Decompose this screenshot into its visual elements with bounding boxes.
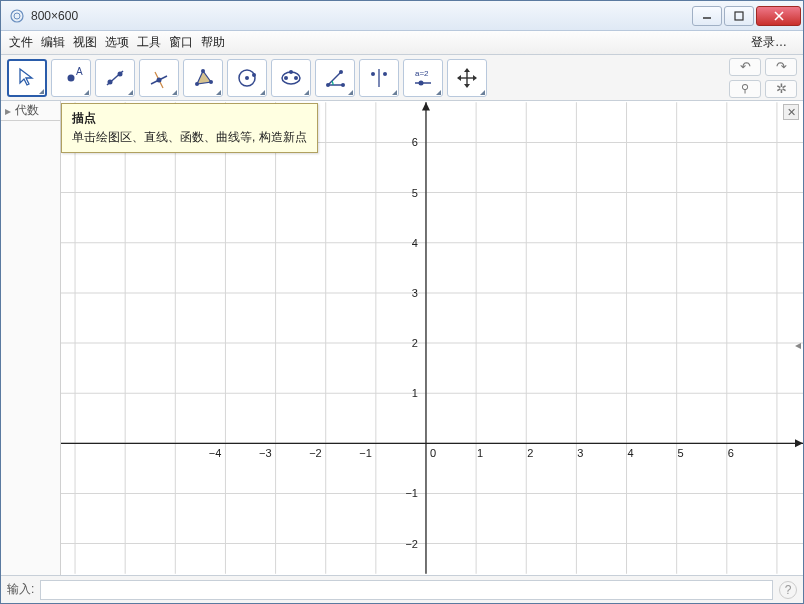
menu-view[interactable]: 视图 bbox=[73, 34, 97, 51]
close-button[interactable] bbox=[756, 6, 801, 26]
menubar: 文件 编辑 视图 选项 工具 窗口 帮助 登录… bbox=[1, 31, 803, 55]
menu-window[interactable]: 窗口 bbox=[169, 34, 193, 51]
svg-text:−3: −3 bbox=[259, 447, 272, 459]
input-bar: 输入: ? bbox=[1, 575, 803, 603]
window-title: 800×600 bbox=[31, 9, 692, 23]
svg-text:1: 1 bbox=[477, 447, 483, 459]
svg-point-35 bbox=[419, 80, 424, 85]
svg-text:5: 5 bbox=[412, 187, 418, 199]
toolbar-right: ↶ ↷ ⚲ ✲ bbox=[729, 58, 797, 98]
svg-text:A: A bbox=[76, 66, 83, 77]
minimize-button[interactable] bbox=[692, 6, 722, 26]
svg-text:4: 4 bbox=[627, 447, 633, 459]
svg-text:5: 5 bbox=[678, 447, 684, 459]
content-area: ▸ 代数 描点 单击绘图区、直线、函数、曲线等, 构造新点 ✕ −4−3−2−1… bbox=[1, 101, 803, 575]
collapse-icon: ▸ bbox=[5, 104, 11, 118]
svg-point-31 bbox=[371, 72, 375, 76]
input-label: 输入: bbox=[7, 581, 34, 598]
toolbar: A a=2 ↶ ↷ ⚲ ✲ bbox=[1, 55, 803, 101]
algebra-header[interactable]: ▸ 代数 bbox=[1, 101, 60, 121]
input-help-button[interactable]: ? bbox=[779, 581, 797, 599]
svg-point-22 bbox=[284, 76, 288, 80]
svg-text:0: 0 bbox=[430, 447, 436, 459]
app-window: 800×600 文件 编辑 视图 选项 工具 窗口 帮助 登录… A a=2 ↶ bbox=[0, 0, 804, 604]
tool-reflect[interactable] bbox=[359, 59, 399, 97]
svg-marker-40 bbox=[457, 75, 461, 81]
svg-point-6 bbox=[68, 74, 75, 81]
graphics-view[interactable]: 描点 单击绘图区、直线、函数、曲线等, 构造新点 ✕ −4−3−2−101234… bbox=[61, 101, 803, 575]
app-icon bbox=[9, 8, 25, 24]
tool-move-view[interactable] bbox=[447, 59, 487, 97]
tool-slider[interactable]: a=2 bbox=[403, 59, 443, 97]
pin-button[interactable]: ⚲ bbox=[729, 80, 761, 98]
svg-marker-67 bbox=[795, 439, 803, 447]
svg-text:−2: −2 bbox=[405, 538, 418, 550]
svg-point-1 bbox=[14, 13, 20, 19]
svg-rect-3 bbox=[735, 12, 743, 20]
svg-marker-14 bbox=[197, 71, 211, 84]
algebra-label: 代数 bbox=[15, 102, 39, 119]
svg-text:2: 2 bbox=[527, 447, 533, 459]
svg-point-19 bbox=[245, 76, 249, 80]
svg-text:−4: −4 bbox=[209, 447, 222, 459]
svg-point-0 bbox=[11, 10, 23, 22]
svg-point-24 bbox=[289, 70, 293, 74]
tooltip-title: 描点 bbox=[72, 110, 307, 127]
svg-point-23 bbox=[294, 76, 298, 80]
svg-marker-38 bbox=[464, 68, 470, 72]
svg-text:a=2: a=2 bbox=[415, 69, 429, 78]
right-expand-handle[interactable]: ◂ bbox=[795, 338, 803, 352]
svg-point-9 bbox=[108, 79, 113, 84]
tool-circle[interactable] bbox=[227, 59, 267, 97]
tool-point[interactable]: A bbox=[51, 59, 91, 97]
svg-text:1: 1 bbox=[412, 387, 418, 399]
command-input[interactable] bbox=[40, 580, 773, 600]
svg-text:−1: −1 bbox=[405, 487, 418, 499]
tool-perpendicular[interactable] bbox=[139, 59, 179, 97]
svg-point-15 bbox=[195, 82, 199, 86]
menu-options[interactable]: 选项 bbox=[105, 34, 129, 51]
menu-help[interactable]: 帮助 bbox=[201, 34, 225, 51]
svg-point-27 bbox=[326, 83, 330, 87]
svg-point-17 bbox=[209, 80, 213, 84]
svg-text:−1: −1 bbox=[359, 447, 372, 459]
menu-file[interactable]: 文件 bbox=[9, 34, 33, 51]
menu-login[interactable]: 登录… bbox=[751, 34, 787, 51]
tool-angle[interactable] bbox=[315, 59, 355, 97]
tool-tooltip: 描点 单击绘图区、直线、函数、曲线等, 构造新点 bbox=[61, 103, 318, 153]
svg-point-28 bbox=[339, 70, 343, 74]
titlebar: 800×600 bbox=[1, 1, 803, 31]
maximize-button[interactable] bbox=[724, 6, 754, 26]
svg-text:4: 4 bbox=[412, 237, 418, 249]
menu-tools[interactable]: 工具 bbox=[137, 34, 161, 51]
undo-button[interactable]: ↶ bbox=[729, 58, 761, 76]
svg-text:3: 3 bbox=[412, 287, 418, 299]
svg-marker-39 bbox=[464, 84, 470, 88]
algebra-panel: ▸ 代数 bbox=[1, 101, 61, 575]
svg-text:6: 6 bbox=[412, 136, 418, 148]
menu-edit[interactable]: 编辑 bbox=[41, 34, 65, 51]
settings-button[interactable]: ✲ bbox=[765, 80, 797, 98]
tool-line[interactable] bbox=[95, 59, 135, 97]
svg-point-10 bbox=[118, 71, 123, 76]
svg-line-26 bbox=[328, 72, 341, 85]
panel-close-button[interactable]: ✕ bbox=[783, 104, 799, 120]
svg-marker-69 bbox=[422, 102, 430, 110]
redo-button[interactable]: ↷ bbox=[765, 58, 797, 76]
tooltip-body: 单击绘图区、直线、函数、曲线等, 构造新点 bbox=[72, 129, 307, 146]
tool-ellipse[interactable] bbox=[271, 59, 311, 97]
svg-point-20 bbox=[252, 73, 256, 77]
svg-point-16 bbox=[201, 69, 205, 73]
svg-text:−2: −2 bbox=[309, 447, 322, 459]
tool-move[interactable] bbox=[7, 59, 47, 97]
svg-point-29 bbox=[341, 83, 345, 87]
svg-text:6: 6 bbox=[728, 447, 734, 459]
svg-point-13 bbox=[157, 77, 162, 82]
svg-marker-41 bbox=[473, 75, 477, 81]
window-controls bbox=[692, 6, 801, 26]
coordinate-plane[interactable]: −4−3−2−10123456−2−1123456 bbox=[61, 101, 803, 575]
tool-polygon[interactable] bbox=[183, 59, 223, 97]
svg-point-32 bbox=[383, 72, 387, 76]
svg-text:3: 3 bbox=[577, 447, 583, 459]
svg-text:2: 2 bbox=[412, 337, 418, 349]
